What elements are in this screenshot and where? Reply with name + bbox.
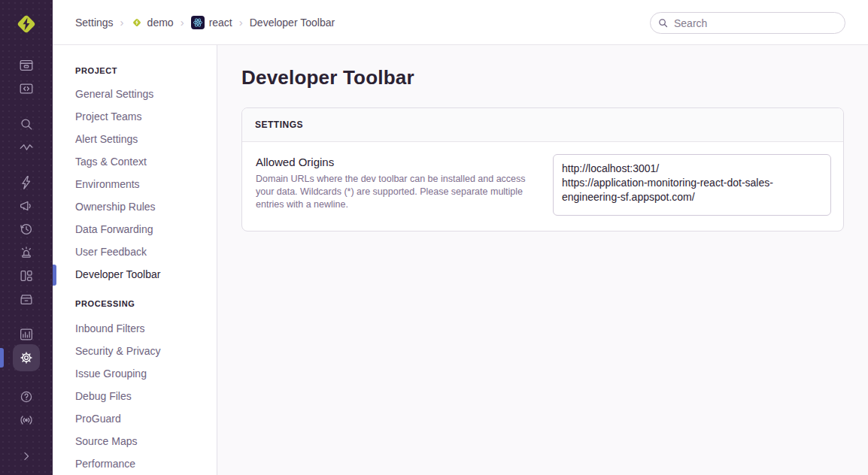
settings-sidebar: PROJECT General Settings Project Teams A… (53, 45, 217, 475)
lime-diamond-logo-icon (13, 11, 40, 38)
projects-icon[interactable] (0, 78, 53, 99)
org-logo[interactable] (13, 11, 40, 38)
rail-active-indicator (0, 348, 4, 368)
allowed-origins-help: Domain URLs where the dev toolbar can be… (256, 173, 530, 211)
sidebar-item-debug-files[interactable]: Debug Files (53, 385, 217, 407)
react-platform-icon (191, 16, 205, 29)
sidebar-active-indicator (53, 265, 56, 286)
sidebar-item-environments[interactable]: Environments (53, 173, 217, 195)
settings-panel: SETTINGS Allowed Origins Domain URLs whe… (241, 107, 844, 231)
traces-icon[interactable] (0, 137, 53, 158)
allowed-origins-label: Allowed Origins (256, 156, 535, 168)
releases-icon[interactable] (0, 289, 53, 310)
primary-nav-rail (0, 0, 53, 475)
page-title: Developer Toolbar (241, 66, 844, 89)
allowed-origins-row: Allowed Origins Domain URLs where the de… (242, 142, 843, 231)
sidebar-item-source-maps[interactable]: Source Maps (53, 430, 217, 452)
sidebar-item-issue-grouping[interactable]: Issue Grouping (53, 362, 217, 385)
sidebar-item-ownership-rules[interactable]: Ownership Rules (53, 195, 217, 218)
search-input[interactable] (650, 12, 845, 34)
main-content: Developer Toolbar SETTINGS Allowed Origi… (217, 45, 868, 475)
history-icon[interactable] (0, 219, 53, 240)
breadcrumb-settings[interactable]: Settings (75, 17, 114, 29)
search-box (650, 12, 845, 34)
field-meta: Allowed Origins Domain URLs where the de… (254, 154, 553, 217)
breadcrumb-org-label: demo (147, 17, 174, 29)
chevron-right-icon (181, 17, 184, 28)
sidebar-item-developer-toolbar[interactable]: Developer Toolbar (53, 263, 217, 286)
broadcast-icon[interactable] (0, 410, 53, 431)
sidebar-section-project: PROJECT (75, 63, 217, 78)
breadcrumb-project-label: react (209, 17, 232, 29)
breadcrumb-org[interactable]: demo (131, 17, 174, 29)
chevron-right-icon (239, 17, 243, 28)
search-icon (657, 17, 669, 29)
breadcrumb-current-label: Developer Toolbar (250, 17, 335, 29)
sidebar-item-user-feedback[interactable]: User Feedback (53, 241, 217, 263)
breadcrumb-current-page: Developer Toolbar (250, 17, 335, 29)
settings-gear-icon[interactable] (13, 344, 40, 371)
sidebar-item-tags-context[interactable]: Tags & Context (53, 150, 217, 173)
siren-icon[interactable] (0, 242, 53, 263)
sidebar-item-inbound-filters[interactable]: Inbound Filters (53, 317, 217, 340)
sidebar-item-proguard[interactable]: ProGuard (53, 407, 217, 430)
sidebar-item-project-teams[interactable]: Project Teams (53, 105, 217, 128)
field-control: http://localhost:3001/ https://applicati… (553, 154, 831, 219)
sidebar-item-performance[interactable]: Performance (53, 452, 217, 475)
sidebar-item-security-privacy[interactable]: Security & Privacy (53, 340, 217, 362)
issues-icon[interactable] (0, 55, 53, 76)
org-demo-icon (131, 17, 143, 29)
app-window: Settings demo (0, 0, 868, 475)
stats-icon[interactable] (0, 324, 53, 345)
sidebar-item-general-settings[interactable]: General Settings (53, 83, 217, 105)
search-icon[interactable] (0, 113, 53, 135)
lightning-icon[interactable] (0, 172, 53, 193)
breadcrumb: Settings demo (53, 16, 335, 29)
sidebar-item-alert-settings[interactable]: Alert Settings (53, 128, 217, 150)
chevron-right-icon (120, 17, 124, 28)
collapse-icon[interactable] (0, 446, 53, 467)
breadcrumb-settings-label: Settings (75, 17, 114, 29)
sidebar-item-data-forwarding[interactable]: Data Forwarding (53, 218, 217, 241)
allowed-origins-textarea[interactable]: http://localhost:3001/ https://applicati… (553, 154, 831, 216)
breadcrumb-project[interactable]: react (191, 16, 232, 29)
help-icon[interactable] (0, 386, 53, 407)
megaphone-icon[interactable] (0, 195, 53, 216)
sidebar-section-processing: PROCESSING (75, 296, 217, 311)
top-header: Settings demo (53, 0, 868, 45)
dashboards-icon[interactable] (0, 265, 53, 286)
panel-header: SETTINGS (242, 108, 843, 142)
